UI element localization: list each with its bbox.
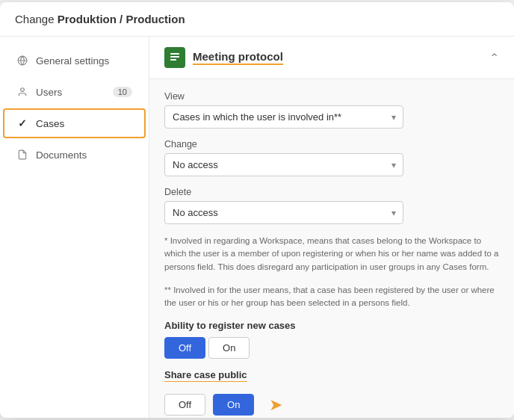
globe-icon [16, 55, 28, 67]
sidebar-item-documents[interactable]: Documents [3, 140, 146, 170]
sidebar-label-cases: Cases [36, 118, 64, 129]
modal-title-main: Produktion / Production [58, 13, 185, 25]
share-on-button[interactable]: On [213, 394, 254, 416]
change-field-group: Change No access Full access Limited acc… [164, 139, 499, 176]
sidebar: General settings Users 10 Cases Document… [0, 37, 149, 418]
delete-field-group: Delete No access Full access ▾ [164, 187, 499, 224]
register-off-button[interactable]: Off [164, 337, 205, 359]
doc-icon [16, 149, 28, 161]
register-field-group: Ability to register new cases Off On [164, 320, 499, 359]
chevron-up-icon[interactable] [489, 51, 499, 65]
content-area: Meeting protocol View Cases in which the… [149, 37, 514, 418]
note1-text: * Involved in regarding a Workspace, mea… [164, 235, 499, 274]
view-select[interactable]: Cases in which the user is involved in**… [164, 105, 403, 129]
share-off-button[interactable]: Off [164, 394, 205, 416]
section-header[interactable]: Meeting protocol [149, 37, 514, 79]
svg-point-2 [21, 88, 25, 92]
sidebar-item-general-settings[interactable]: General settings [3, 46, 146, 75]
share-field-group: Share case public Off On ➤ [164, 369, 499, 416]
register-label: Ability to register new cases [164, 320, 499, 331]
delete-label: Delete [164, 187, 499, 197]
sidebar-label-users: Users [36, 87, 62, 98]
modal-title-prefix: Change [15, 13, 58, 25]
change-select[interactable]: No access Full access Limited access [164, 153, 403, 176]
section-title: Meeting protocol [193, 50, 283, 65]
sidebar-item-cases[interactable]: Cases [3, 108, 146, 138]
note2-text: ** Involved in for the user means, that … [164, 284, 499, 310]
view-field-group: View Cases in which the user is involved… [164, 91, 499, 129]
modal-body: General settings Users 10 Cases Document… [0, 37, 514, 418]
arrow-indicator-icon: ➤ [269, 395, 282, 415]
users-badge: 10 [113, 87, 132, 97]
modal: Change Produktion / Production General s… [0, 2, 514, 418]
register-toggle-group: Off On [164, 337, 499, 359]
section-icon [164, 47, 185, 68]
sidebar-label-documents: Documents [36, 149, 87, 161]
change-select-wrapper: No access Full access Limited access ▾ [164, 153, 403, 176]
view-label: View [164, 91, 499, 102]
delete-select[interactable]: No access Full access [164, 201, 403, 224]
modal-header: Change Produktion / Production [0, 2, 514, 37]
user-icon [16, 86, 28, 98]
share-toggle-row: Off On ➤ [164, 394, 499, 416]
section-header-left: Meeting protocol [164, 47, 283, 68]
sidebar-item-users[interactable]: Users 10 [3, 77, 146, 107]
sidebar-label-general-settings: General settings [36, 55, 109, 67]
svg-rect-5 [170, 59, 176, 61]
change-label: Change [164, 139, 499, 149]
svg-rect-4 [170, 56, 179, 58]
svg-rect-3 [170, 53, 179, 55]
view-select-wrapper: Cases in which the user is involved in**… [164, 105, 403, 129]
section-content: View Cases in which the user is involved… [149, 79, 514, 418]
share-label: Share case public [164, 369, 247, 382]
register-on-button[interactable]: On [208, 337, 250, 359]
check-icon [16, 117, 28, 129]
delete-select-wrapper: No access Full access ▾ [164, 201, 403, 224]
